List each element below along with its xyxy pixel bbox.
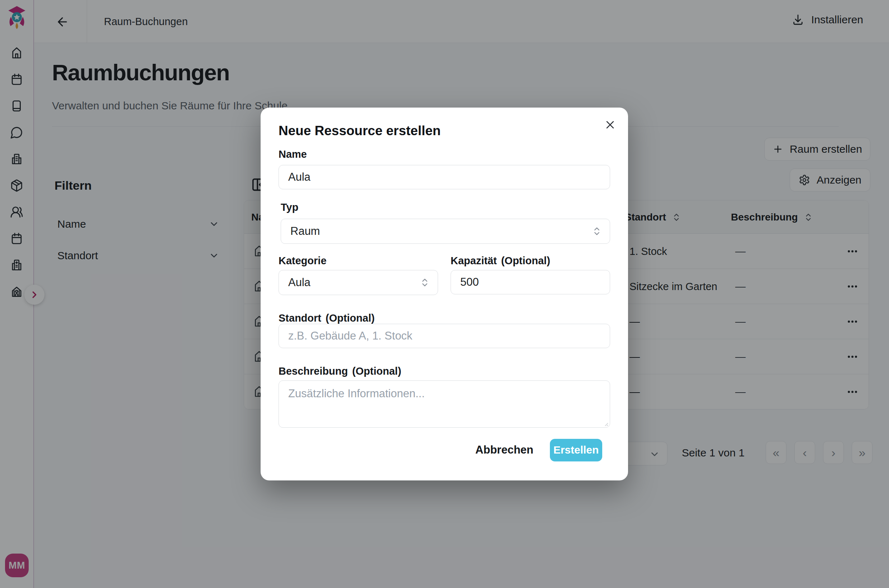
typ-field-label: Typ [281, 201, 298, 213]
modal-title: Neue Ressource erstellen [279, 123, 441, 138]
kategorie-field-label: Kategorie [279, 255, 327, 267]
modal-actions: Abbrechen Erstellen [475, 438, 602, 462]
kapazitaet-field-label: Kapazität(Optional) [451, 255, 550, 267]
typ-select[interactable]: Raum [281, 219, 610, 244]
standort-input[interactable] [279, 324, 610, 348]
typ-select-value: Raum [290, 225, 320, 238]
kapazitaet-input[interactable] [451, 270, 610, 294]
cancel-button[interactable]: Abbrechen [475, 444, 534, 456]
name-field-label: Name [279, 148, 307, 160]
create-resource-modal: Neue Ressource erstellen Name Typ Raum K… [261, 108, 628, 480]
select-chevrons-icon [420, 278, 430, 288]
name-input[interactable] [279, 165, 610, 189]
standort-field-label: Standort(Optional) [279, 312, 375, 324]
beschreibung-textarea[interactable] [279, 380, 610, 428]
kategorie-select-value: Aula [288, 276, 310, 289]
kategorie-select[interactable]: Aula [279, 270, 438, 295]
beschreibung-field-label: Beschreibung(Optional) [279, 365, 401, 377]
app-root: MM Raum-Buchungen Installieren Raumbuchu… [0, 0, 889, 588]
submit-button[interactable]: Erstellen [550, 439, 602, 461]
select-chevrons-icon [592, 226, 602, 236]
modal-close-button[interactable] [603, 118, 617, 132]
close-icon [604, 118, 616, 131]
